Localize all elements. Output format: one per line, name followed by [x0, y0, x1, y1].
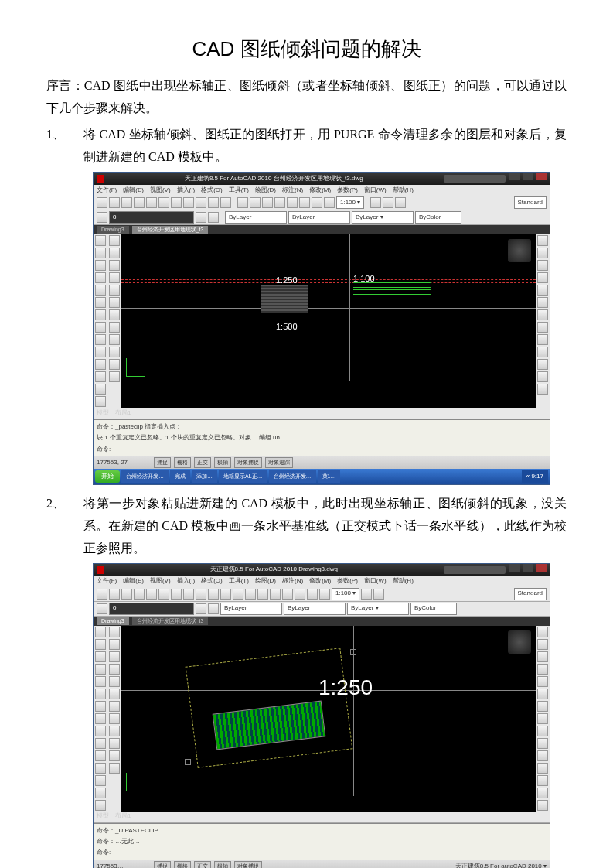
- dim-icon[interactable]: [95, 322, 106, 333]
- tool-icon[interactable]: [282, 589, 293, 600]
- tool-icon[interactable]: [109, 689, 120, 699]
- menu-help[interactable]: 帮助(H): [393, 185, 414, 196]
- open-icon[interactable]: [109, 589, 120, 600]
- array-icon[interactable]: [537, 285, 548, 296]
- extend-icon[interactable]: [537, 359, 548, 370]
- linetype-combo[interactable]: ByLayer: [284, 603, 346, 615]
- table-icon[interactable]: [95, 347, 106, 357]
- menu-help[interactable]: 帮助(H): [393, 576, 414, 586]
- tool-icon[interactable]: [274, 197, 285, 208]
- tab-current[interactable]: 台州经济开发区用地现状_t3: [132, 226, 209, 234]
- tool-icon[interactable]: [287, 197, 298, 208]
- redo-icon[interactable]: [196, 589, 206, 600]
- search-input[interactable]: [444, 566, 506, 574]
- layer-icon[interactable]: [97, 212, 107, 223]
- color-combo[interactable]: ByLayer: [225, 211, 287, 224]
- arc-icon[interactable]: [95, 664, 106, 675]
- menu-insert[interactable]: 插入(I): [177, 576, 196, 586]
- layer-tool-icon[interactable]: [208, 212, 219, 223]
- trim-icon[interactable]: [537, 738, 548, 749]
- new-icon[interactable]: [97, 197, 107, 208]
- tool-icon[interactable]: [109, 297, 120, 308]
- tool-icon[interactable]: [324, 197, 335, 208]
- layer-icon[interactable]: [97, 603, 107, 614]
- menu-draw[interactable]: 绘图(D): [255, 576, 276, 586]
- tab-other[interactable]: 台州经济开发区用地现状_t3: [132, 617, 209, 625]
- tool-icon[interactable]: [109, 260, 120, 271]
- maximize-button[interactable]: [523, 564, 533, 572]
- tool-icon[interactable]: [109, 713, 120, 724]
- style-combo[interactable]: Standard: [514, 588, 547, 600]
- task-item[interactable]: 完成: [170, 470, 190, 483]
- undo-icon[interactable]: [183, 197, 194, 208]
- close-button[interactable]: [536, 564, 547, 572]
- tool-icon[interactable]: [109, 309, 120, 320]
- menu-dim[interactable]: 标注(N): [282, 185, 303, 196]
- snap-button[interactable]: 捕捉: [154, 861, 171, 868]
- menu-tools[interactable]: 工具(T): [229, 185, 249, 196]
- tab-drawing3[interactable]: Drawing3: [97, 617, 129, 625]
- tool-icon[interactable]: [109, 726, 120, 736]
- tool-icon[interactable]: [109, 334, 120, 345]
- ellipse-icon[interactable]: [95, 371, 106, 382]
- new-icon[interactable]: [97, 589, 107, 600]
- tool-icon[interactable]: [109, 322, 120, 333]
- grid-button[interactable]: 栅格: [174, 861, 191, 868]
- tool-icon[interactable]: [295, 589, 305, 600]
- copy-obj-icon[interactable]: [537, 639, 548, 650]
- menu-file[interactable]: 文件(F): [97, 576, 117, 586]
- mirror-icon[interactable]: [537, 651, 548, 662]
- circle-icon[interactable]: [95, 260, 106, 271]
- ortho-button[interactable]: 正交: [194, 457, 211, 468]
- tab-drawing3[interactable]: Drawing3: [97, 226, 129, 234]
- extend-icon[interactable]: [537, 750, 548, 761]
- circle-icon[interactable]: [95, 651, 106, 662]
- osnap-button[interactable]: 对象捕捉: [234, 861, 262, 868]
- pan-icon[interactable]: [208, 197, 219, 208]
- trim-icon[interactable]: [537, 347, 548, 357]
- tool-icon[interactable]: [370, 197, 381, 208]
- tool-icon[interactable]: [109, 371, 120, 382]
- offset-icon[interactable]: [537, 272, 548, 283]
- start-button[interactable]: 开始: [95, 470, 120, 483]
- tool-icon[interactable]: [109, 627, 120, 637]
- rect-icon[interactable]: [95, 285, 106, 296]
- hatch-icon[interactable]: [95, 689, 106, 699]
- block-icon[interactable]: [95, 334, 106, 345]
- tool-icon[interactable]: [307, 589, 318, 600]
- zoom-icon[interactable]: [220, 197, 231, 208]
- grip-icon[interactable]: [185, 759, 191, 765]
- line-icon[interactable]: [95, 235, 106, 246]
- linetype-combo[interactable]: ByLayer: [288, 211, 350, 224]
- grid-button[interactable]: 栅格: [174, 457, 191, 468]
- pan-icon[interactable]: [208, 589, 219, 600]
- menu-draw[interactable]: 绘图(D): [255, 185, 276, 196]
- move-icon[interactable]: [537, 297, 548, 308]
- tool-icon[interactable]: [361, 589, 372, 600]
- save-icon[interactable]: [121, 197, 132, 208]
- erase-icon[interactable]: [537, 627, 548, 637]
- tool-icon[interactable]: [395, 197, 406, 208]
- region-icon[interactable]: [95, 788, 106, 798]
- plot-combo[interactable]: ByColor: [415, 211, 461, 224]
- tool-icon[interactable]: [250, 197, 261, 208]
- snap-button[interactable]: 捕捉: [154, 457, 171, 468]
- tool-icon[interactable]: [537, 788, 548, 798]
- task-item[interactable]: 地籍显示AL正…: [219, 470, 267, 483]
- tool-icon[interactable]: [383, 197, 393, 208]
- lineweight-combo[interactable]: ByLayer ▾: [352, 211, 414, 224]
- plot-combo[interactable]: ByColor: [410, 603, 457, 615]
- tool-icon[interactable]: [109, 285, 120, 296]
- minimize-button[interactable]: [509, 564, 520, 572]
- explode-icon[interactable]: [537, 775, 548, 786]
- tool-icon[interactable]: [373, 589, 384, 600]
- rect-icon[interactable]: [95, 676, 106, 687]
- move-icon[interactable]: [537, 689, 548, 699]
- line-icon[interactable]: [95, 627, 106, 637]
- tool-icon[interactable]: [109, 359, 120, 370]
- task-item[interactable]: 台州经济开发…: [269, 470, 316, 483]
- scale-combo[interactable]: 1:100 ▾: [332, 588, 359, 600]
- print-icon[interactable]: [134, 589, 145, 600]
- copy-obj-icon[interactable]: [537, 248, 548, 258]
- command-area[interactable]: 命令：_U PASTECLIP 命令：…无此… 命令:: [94, 823, 550, 860]
